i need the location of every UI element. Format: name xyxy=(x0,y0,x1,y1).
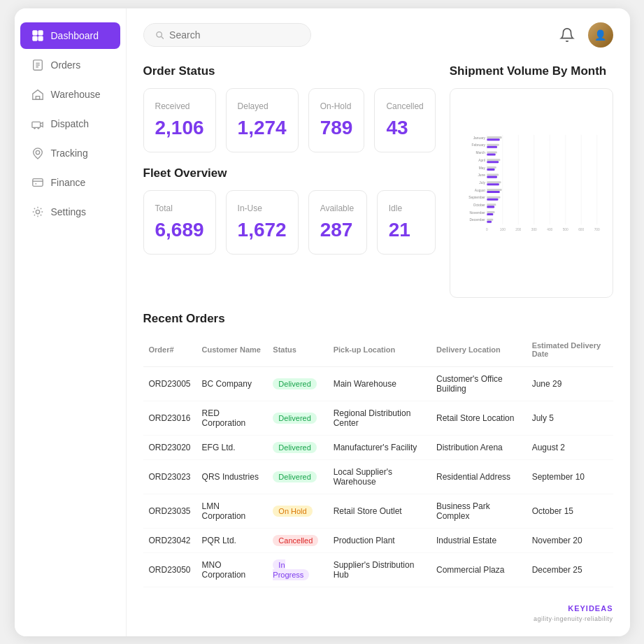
svg-text:November: November xyxy=(469,210,485,214)
card-received-label: Received xyxy=(155,101,204,111)
table-cell: ORD23020 xyxy=(143,435,196,459)
svg-rect-36 xyxy=(487,138,499,141)
card-onhold-label: On-Hold xyxy=(320,101,353,111)
sidebar-item-settings[interactable]: Settings xyxy=(20,199,120,225)
svg-rect-39 xyxy=(487,145,497,148)
svg-point-10 xyxy=(34,127,36,129)
sidebar-item-dashboard[interactable]: Dashboard xyxy=(20,22,120,49)
table-cell: September 10 xyxy=(527,459,613,494)
svg-rect-0 xyxy=(32,30,36,34)
order-status-title: Order Status xyxy=(143,64,436,78)
table-cell: Distribution Arena xyxy=(431,435,527,459)
notification-bell[interactable] xyxy=(554,22,580,48)
sidebar-item-warehouse[interactable]: Warehouse xyxy=(20,81,120,108)
table-cell: MNO Corporation xyxy=(196,552,268,587)
settings-icon xyxy=(31,206,44,218)
orders-tbody: ORD23005BC CompanyDeliveredMain Warehous… xyxy=(143,366,613,587)
svg-rect-62 xyxy=(487,203,496,206)
table-cell: July 5 xyxy=(527,401,613,435)
avatar-image: 👤 xyxy=(588,22,613,48)
status-badge: On Hold xyxy=(273,506,312,517)
card-cancelled: Cancelled 43 xyxy=(374,88,435,152)
card-total-value: 6,689 xyxy=(155,219,204,241)
svg-text:January: January xyxy=(473,136,485,139)
chart-svg: 0100200300400500600700JanuaryFebruaryMar… xyxy=(461,100,601,271)
card-idle: Idle 21 xyxy=(377,190,436,255)
svg-rect-44 xyxy=(487,159,500,161)
sidebar-label-dispatch: Dispatch xyxy=(51,118,89,129)
sidebar-label-dashboard: Dashboard xyxy=(51,30,99,41)
svg-text:0: 0 xyxy=(486,227,488,231)
table-cell: Customer's Office Building xyxy=(431,366,527,401)
table-cell: June 29 xyxy=(527,366,613,401)
svg-rect-69 xyxy=(487,220,492,222)
footer-tagline: agility·ingenuity·reliability xyxy=(143,615,613,622)
sidebar-item-finance[interactable]: Finance xyxy=(20,169,120,196)
sidebar-item-orders[interactable]: Orders xyxy=(20,52,120,78)
recent-orders-section: Recent Orders Order# Customer Name Statu… xyxy=(143,312,613,587)
table-row: ORD23050MNO CorporationIn ProgressSuppli… xyxy=(143,552,613,587)
search-input[interactable] xyxy=(169,29,299,41)
finance-icon xyxy=(31,176,44,189)
svg-rect-13 xyxy=(32,178,42,186)
table-cell: LMN Corporation xyxy=(196,494,268,528)
svg-rect-9 xyxy=(31,122,40,127)
app-container: Dashboard Orders Warehouse xyxy=(15,8,630,636)
card-total: Total 6,689 xyxy=(143,190,216,255)
table-cell: ORD23005 xyxy=(143,366,196,401)
card-inuse: In-Use 1,672 xyxy=(226,190,299,255)
svg-point-16 xyxy=(156,31,162,37)
table-cell: ORD23042 xyxy=(143,528,196,552)
search-icon xyxy=(155,30,164,40)
svg-rect-68 xyxy=(487,218,493,220)
sidebar-label-warehouse: Warehouse xyxy=(51,89,101,100)
bell-icon xyxy=(559,27,575,43)
table-cell: Production Plant xyxy=(328,528,431,552)
sidebar-label-tracking: Tracking xyxy=(51,148,88,159)
table-cell: PQR Ltd. xyxy=(196,528,268,552)
card-inuse-label: In-Use xyxy=(238,203,287,213)
fleet-overview-section: Fleet Overview Total 6,689 In-Use 1,672 … xyxy=(143,166,436,255)
card-available-label: Available xyxy=(320,203,355,213)
sidebar-label-settings: Settings xyxy=(51,206,87,217)
svg-text:September: September xyxy=(468,196,485,199)
header: 👤 xyxy=(143,22,613,48)
table-cell: ORD23016 xyxy=(143,401,196,435)
svg-rect-3 xyxy=(38,36,42,40)
table-cell: Residential Address xyxy=(431,459,527,494)
card-total-label: Total xyxy=(155,203,204,213)
left-panel: Order Status Received 2,106 Delayed 1,27… xyxy=(143,64,436,298)
svg-text:February: February xyxy=(471,143,485,147)
orders-icon xyxy=(31,59,44,71)
table-cell: August 2 xyxy=(527,435,613,459)
table-row: ORD23016RED CorporationDeliveredRegional… xyxy=(143,401,613,435)
svg-text:August: August xyxy=(475,188,486,192)
svg-rect-1 xyxy=(38,30,42,34)
svg-rect-57 xyxy=(487,190,499,192)
svg-text:700: 700 xyxy=(594,227,599,231)
right-panel: Shipment Volume By Month 010020030040050… xyxy=(450,64,613,298)
sidebar-item-dispatch[interactable]: Dispatch xyxy=(20,110,120,137)
card-onhold-value: 789 xyxy=(320,117,353,139)
table-row: ORD23020EFG Ltd.DeliveredManufacturer's … xyxy=(143,435,613,459)
table-cell: Retail Store Location xyxy=(431,401,527,435)
table-row: ORD23035LMN CorporationOn HoldRetail Sto… xyxy=(143,494,613,528)
table-row: ORD23042PQR Ltd.CancelledProduction Plan… xyxy=(143,528,613,552)
sidebar-item-tracking[interactable]: Tracking xyxy=(20,140,120,166)
svg-text:December: December xyxy=(469,218,485,222)
chart-title: Shipment Volume By Month xyxy=(450,64,613,78)
svg-rect-42 xyxy=(487,153,495,155)
svg-rect-56 xyxy=(487,188,501,190)
svg-text:July: July xyxy=(479,180,485,184)
table-cell: RED Corporation xyxy=(196,401,268,435)
card-inuse-value: 1,672 xyxy=(238,219,287,241)
card-available: Available 287 xyxy=(308,190,367,255)
avatar[interactable]: 👤 xyxy=(588,22,613,48)
status-badge: Delivered xyxy=(273,442,316,453)
svg-text:500: 500 xyxy=(562,227,568,231)
search-bar[interactable] xyxy=(143,23,311,47)
table-cell: Main Warehouse xyxy=(328,366,431,401)
col-status: Status xyxy=(267,336,327,367)
svg-rect-38 xyxy=(487,143,499,145)
svg-rect-65 xyxy=(487,211,494,213)
